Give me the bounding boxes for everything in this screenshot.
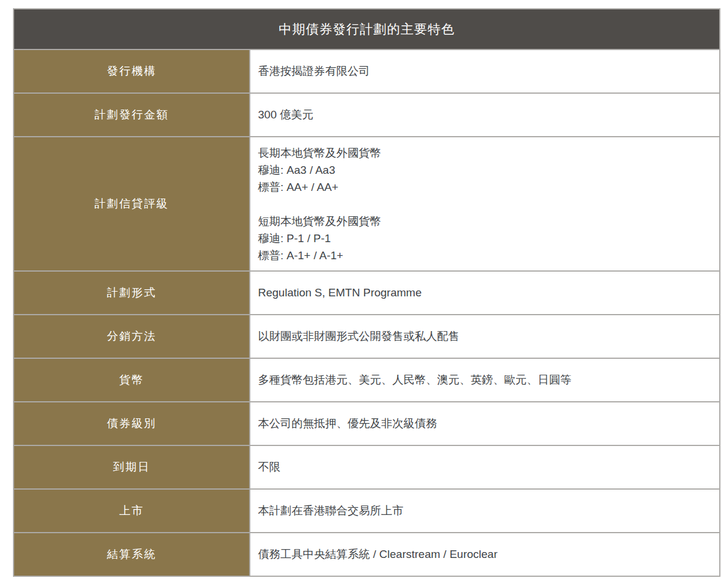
rating-line: 標普: AA+ / AA+	[258, 179, 707, 196]
row-value-currencies: 多種貨幣包括港元、美元、人民幣、澳元、英鎊、歐元、日圓等	[250, 358, 720, 402]
row-label-programme-size: 計劃發行金額	[14, 93, 250, 137]
row-label-distribution-method: 分銷方法	[14, 315, 250, 358]
rating-line: 標普: A-1+ / A-1+	[258, 247, 707, 264]
table-row: 到期日 不限	[14, 445, 720, 489]
row-label-programme-format: 計劃形式	[14, 271, 250, 315]
title-row: 中期債券發行計劃的主要特色	[14, 9, 720, 49]
row-label-credit-ratings: 計劃信貸評級	[14, 137, 250, 271]
table-row: 計劃形式 Regulation S, EMTN Programme	[14, 271, 720, 315]
rating-line-spacer	[258, 196, 707, 213]
table-row: 發行機構 香港按揭證券有限公司	[14, 49, 720, 93]
row-value-distribution-method: 以財團或非財團形式公開發售或私人配售	[250, 315, 720, 358]
table-title: 中期債券發行計劃的主要特色	[14, 9, 720, 49]
features-table: 中期債券發行計劃的主要特色 發行機構 香港按揭證券有限公司 計劃發行金額 300…	[13, 8, 720, 577]
row-value-programme-size: 300 億美元	[250, 93, 720, 137]
row-value-listing: 本計劃在香港聯合交易所上市	[250, 489, 720, 533]
mtn-programme-features-table: 中期債券發行計劃的主要特色 發行機構 香港按揭證券有限公司 計劃發行金額 300…	[13, 8, 720, 577]
row-label-currencies: 貨幣	[14, 358, 250, 402]
row-label-maturity: 到期日	[14, 445, 250, 489]
row-value-issuer: 香港按揭證券有限公司	[250, 49, 720, 93]
row-value-credit-ratings: 長期本地貨幣及外國貨幣 穆迪: Aa3 / Aa3 標普: AA+ / AA+ …	[250, 137, 720, 271]
table-row: 結算系統 債務工具中央結算系統 / Clearstream / Euroclea…	[14, 533, 720, 576]
rating-line: 穆迪: P-1 / P-1	[258, 230, 707, 247]
row-label-issuer: 發行機構	[14, 49, 250, 93]
row-label-clearing-systems: 結算系統	[14, 533, 250, 576]
table-row: 計劃信貸評級 長期本地貨幣及外國貨幣 穆迪: Aa3 / Aa3 標普: AA+…	[14, 137, 720, 271]
rating-line: 穆迪: Aa3 / Aa3	[258, 161, 707, 179]
row-label-note-status: 債券級別	[14, 402, 250, 445]
table-row: 債券級別 本公司的無抵押、優先及非次級債務	[14, 402, 720, 445]
row-value-clearing-systems: 債務工具中央結算系統 / Clearstream / Euroclear	[250, 533, 720, 576]
row-value-programme-format: Regulation S, EMTN Programme	[250, 271, 720, 315]
row-value-maturity: 不限	[250, 445, 720, 489]
table-row: 分銷方法 以財團或非財團形式公開發售或私人配售	[14, 315, 720, 358]
table-row: 計劃發行金額 300 億美元	[14, 93, 720, 137]
row-value-note-status: 本公司的無抵押、優先及非次級債務	[250, 402, 720, 445]
table-row: 上市 本計劃在香港聯合交易所上市	[14, 489, 720, 533]
rating-line: 長期本地貨幣及外國貨幣	[258, 144, 707, 161]
rating-line: 短期本地貨幣及外國貨幣	[258, 213, 707, 230]
table-row: 貨幣 多種貨幣包括港元、美元、人民幣、澳元、英鎊、歐元、日圓等	[14, 358, 720, 402]
row-label-listing: 上市	[14, 489, 250, 533]
